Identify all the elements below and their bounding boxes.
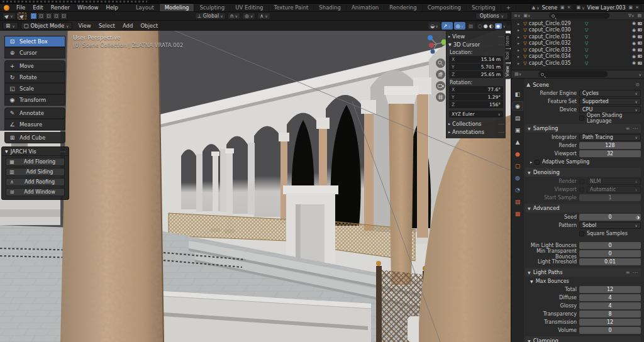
expand-icon[interactable]: ▸ bbox=[518, 61, 521, 65]
object-name[interactable]: caput_Circle.032 bbox=[529, 40, 574, 46]
active-tool-dropdown[interactable]: ▶∨ bbox=[3, 13, 16, 19]
negative-axis-handle[interactable] bbox=[431, 50, 435, 54]
select-mode-invert[interactable] bbox=[53, 13, 60, 19]
expand-icon[interactable]: ▸ bbox=[518, 35, 521, 39]
select-mode-set[interactable] bbox=[30, 13, 37, 19]
number-field[interactable]: 12 bbox=[579, 319, 641, 326]
expand-icon[interactable]: ▸ bbox=[518, 54, 521, 58]
outliner-row[interactable]: ▸ ▽ caput_Circle.033 ▽ ◉ bbox=[511, 47, 644, 53]
pin-icon[interactable]: ⊙ bbox=[635, 82, 640, 87]
properties-tab[interactable]: ◧ bbox=[513, 90, 523, 98]
render-visibility-icon[interactable] bbox=[638, 22, 642, 25]
properties-tab[interactable]: ● bbox=[513, 150, 523, 158]
denoising-section-header[interactable]: ▼Denoising bbox=[525, 168, 641, 177]
menu-item[interactable]: Render bbox=[47, 4, 74, 11]
animate-seed-icon[interactable]: ◑ bbox=[636, 215, 640, 220]
properties-tab[interactable]: ▢ bbox=[513, 162, 523, 170]
proportional-edit-dropdown[interactable]: ◎∨ bbox=[242, 13, 255, 19]
outliner-display-mode-dropdown[interactable]: ≡∨ bbox=[513, 13, 521, 18]
start-sample-field[interactable]: 1 bbox=[579, 194, 641, 201]
rotation-field[interactable]: Y 1.29° bbox=[449, 94, 503, 101]
hide-eye-icon[interactable]: ◉ bbox=[632, 60, 636, 65]
properties-editor-type-dropdown[interactable]: ▤∨ bbox=[514, 72, 522, 77]
view-panel-header[interactable]: ▸View⋯ bbox=[448, 32, 504, 40]
camera-view-button[interactable] bbox=[436, 81, 445, 91]
workspace-tab[interactable]: UV Editing bbox=[230, 4, 269, 11]
outliner-row[interactable]: ▸ ▽ caput_Circle.031 ▽ ◉ bbox=[511, 33, 644, 40]
properties-tab[interactable]: ◍ bbox=[513, 174, 523, 182]
3d-viewport[interactable]: ⊞∨ ▢Object Mode∨ ViewSelectAddObject ◒∨ … bbox=[0, 21, 511, 342]
number-field[interactable]: 12 bbox=[579, 286, 641, 293]
location-field[interactable]: Y 5.701 m bbox=[449, 63, 503, 70]
advanced-section-header[interactable]: ▼Advanced bbox=[525, 204, 641, 212]
object-name[interactable]: caput_Circle.030 bbox=[529, 27, 574, 33]
square-samples-checkbox[interactable] bbox=[579, 231, 584, 236]
denoise-render-checkbox[interactable] bbox=[579, 179, 584, 184]
outliner-search-input[interactable] bbox=[549, 13, 609, 19]
expand-icon[interactable]: ▸ bbox=[518, 41, 521, 45]
hide-eye-icon[interactable]: ◉ bbox=[632, 41, 636, 46]
blender-logo-icon[interactable] bbox=[4, 5, 9, 11]
render-visibility-icon[interactable] bbox=[638, 41, 642, 45]
light-paths-section-header[interactable]: ▼Light Paths≡ ⋯ bbox=[525, 268, 641, 277]
object-name[interactable]: caput_Circle.033 bbox=[529, 47, 574, 53]
viewport-menu-item[interactable]: Select bbox=[95, 22, 119, 30]
3d-viewport-render[interactable] bbox=[0, 21, 511, 342]
render-visibility-icon[interactable] bbox=[638, 28, 642, 31]
tool-button[interactable]: ⊞ Add Cube bbox=[4, 132, 65, 143]
render-visibility-icon[interactable] bbox=[638, 48, 642, 52]
denoise-viewport-checkbox[interactable] bbox=[579, 187, 584, 192]
falloff-dropdown[interactable]: ∧∨ bbox=[257, 13, 270, 19]
workspace-tab[interactable]: Texture Paint bbox=[269, 4, 314, 11]
feature-set-dropdown[interactable]: Supported∨ bbox=[579, 98, 641, 105]
sampling-section-header[interactable]: ▼Sampling≡ ⋯ bbox=[525, 124, 641, 133]
jarch-panel-header[interactable]: ▼ JARCH Vis ⋯ bbox=[2, 147, 69, 156]
integrator-dropdown[interactable]: Path Tracing∨ bbox=[579, 134, 641, 141]
object-name[interactable]: caput_Circle.034 bbox=[529, 53, 574, 59]
denoise-viewport-dropdown[interactable]: Automatic∨ bbox=[587, 186, 641, 193]
tool-button[interactable]: ⊡ Select Box bbox=[4, 36, 65, 47]
workspace-tab[interactable]: Modeling bbox=[160, 4, 195, 11]
workspace-tab[interactable]: Sculpting bbox=[194, 4, 230, 11]
adaptive-sampling-checkbox[interactable] bbox=[535, 160, 540, 165]
tool-button[interactable]: ◱ Scale bbox=[4, 83, 65, 94]
menu-item[interactable]: Edit bbox=[29, 4, 47, 11]
transform-orientation-dropdown[interactable]: ⊥Global∨ bbox=[195, 13, 226, 19]
fallback-tool-button[interactable]: ▶ bbox=[18, 13, 26, 19]
number-field[interactable]: 0.01 bbox=[579, 258, 641, 265]
scene-name[interactable]: Scene bbox=[541, 5, 558, 11]
remove-view-layer-icon[interactable]: ✕ bbox=[635, 5, 640, 10]
viewport-menu-item[interactable]: Add bbox=[119, 22, 136, 30]
denoise-render-dropdown[interactable]: NLM∨ bbox=[587, 178, 641, 185]
workspace-tab[interactable]: Compositing bbox=[423, 4, 467, 11]
panel-options-icon[interactable]: ⋯ bbox=[60, 148, 66, 155]
workspace-tab[interactable]: + bbox=[501, 4, 516, 11]
seed-field[interactable]: 0◑ bbox=[579, 214, 641, 221]
render-visibility-icon[interactable] bbox=[638, 55, 642, 58]
render-visibility-icon[interactable] bbox=[638, 62, 642, 65]
number-field[interactable]: 8 bbox=[579, 311, 641, 317]
number-field[interactable]: 0 bbox=[579, 242, 641, 249]
annotations-panel-header[interactable]: ▸Annotations⋯ bbox=[448, 128, 504, 136]
view-layer-name[interactable]: View Layer.003 bbox=[586, 5, 627, 11]
new-collection-button[interactable]: ▤ bbox=[636, 13, 642, 18]
menu-item[interactable]: File bbox=[13, 4, 29, 11]
number-field[interactable]: 0 bbox=[579, 250, 641, 257]
select-mode-intersect[interactable] bbox=[60, 13, 67, 19]
location-field[interactable]: Z 25.65 m bbox=[449, 71, 503, 78]
select-mode-extend[interactable] bbox=[38, 13, 45, 19]
outliner-scene-dropdown[interactable]: ▣∨ bbox=[523, 13, 531, 18]
new-view-layer-icon[interactable]: ▣ bbox=[628, 5, 634, 10]
pan-hand-button[interactable] bbox=[436, 70, 445, 79]
outliner-filter-dropdown[interactable]: ∇∨ bbox=[628, 13, 635, 18]
tool-button[interactable]: ◉ Transform bbox=[4, 94, 65, 106]
viewport-samples-field[interactable]: 32 bbox=[579, 150, 641, 157]
navigation-gizmo[interactable] bbox=[425, 33, 448, 57]
outliner-row[interactable]: ▸ ▽ caput_Circle.030 ▽ ◉ bbox=[511, 27, 644, 34]
number-field[interactable]: 0 bbox=[579, 327, 641, 334]
jarch-button[interactable]: ▦ Add Flooring bbox=[6, 158, 65, 166]
object-name[interactable]: caput_Circle.031 bbox=[529, 34, 574, 40]
hide-eye-icon[interactable]: ◉ bbox=[632, 54, 636, 59]
unlink-scene-icon[interactable]: ✕ bbox=[567, 5, 572, 10]
properties-tab[interactable]: ◔ bbox=[513, 185, 523, 194]
